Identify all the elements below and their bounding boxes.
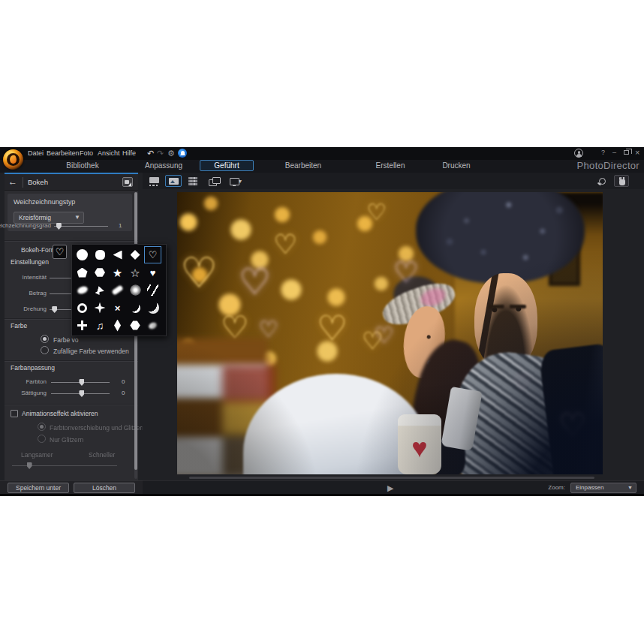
photo-vignette	[177, 192, 603, 474]
shape-marquise[interactable]	[109, 317, 126, 334]
shape-pentagon[interactable]	[74, 264, 91, 281]
photo-preview[interactable]: ♡ ♡ ♡ ♡ ♡ ♡ ♡ ♡	[177, 192, 603, 474]
redo-icon[interactable]: ↷	[157, 148, 164, 158]
back-arrow-icon[interactable]: ←	[8, 176, 17, 187]
glitter-only-label: Nur Glitzern	[50, 436, 83, 444]
shape-blurred-ellipse[interactable]	[74, 281, 91, 299]
slider-knob[interactable]	[52, 306, 57, 313]
shape-rounded-circle[interactable]	[92, 246, 109, 263]
shape-crescent-large[interactable]	[144, 299, 161, 317]
undo-icon[interactable]: ↶	[147, 148, 154, 158]
speed-slider[interactable]	[12, 465, 117, 466]
viewer-single-image-icon[interactable]	[165, 175, 182, 187]
viewer-grid-icon[interactable]	[185, 175, 201, 187]
saturation-slider[interactable]	[51, 393, 110, 394]
tab-gefuehrt[interactable]: Geführt	[200, 160, 254, 171]
radio-unselected[interactable]	[41, 346, 49, 354]
shape-diagonal-lines[interactable]	[144, 281, 161, 299]
shape-star-outline[interactable]: ☆	[127, 264, 144, 281]
tab-erstellen[interactable]: Erstellen	[353, 160, 428, 172]
slider-knob[interactable]	[56, 223, 62, 230]
shape-soft-ellipse[interactable]	[144, 317, 161, 334]
shape-triangle-left[interactable]	[109, 246, 126, 263]
close-button[interactable]: ×	[635, 148, 639, 158]
shape-music-note[interactable]: ♫	[92, 317, 109, 334]
compare-view-icon[interactable]	[206, 175, 222, 187]
save-as-button[interactable]: Speichern unter	[8, 483, 69, 493]
settings-gear-icon[interactable]: ⚙	[167, 148, 175, 158]
menu-datei[interactable]: Datei	[28, 149, 44, 158]
saturation-label: Sättigung	[21, 390, 47, 396]
shape-sparkle[interactable]	[92, 299, 109, 317]
hue-row: Farbton 0	[5, 377, 138, 386]
shape-cross[interactable]: ×	[109, 299, 126, 317]
tab-bearbeiten[interactable]: Bearbeiten	[266, 160, 341, 172]
shape-label-2: Einstellungen	[11, 258, 49, 266]
section-divider	[5, 404, 138, 405]
sign-in-account-icon[interactable]	[574, 149, 583, 158]
notification-bell-icon[interactable]	[178, 149, 187, 158]
play-button[interactable]: ▶	[387, 483, 393, 493]
viewer-filmstrip-icon[interactable]	[146, 175, 162, 187]
hue-label: Farbton	[26, 378, 47, 385]
radio-selected[interactable]	[41, 335, 49, 343]
export-image-icon[interactable]	[122, 177, 133, 187]
shape-triangle-scatter[interactable]	[92, 281, 109, 299]
app-name-label: PhotoDirector	[577, 160, 639, 171]
panel-bottom-bar: Speichern unter Löschen	[0, 480, 143, 494]
section-divider	[5, 240, 138, 241]
shape-soft-circle[interactable]	[127, 281, 144, 299]
hue-slider[interactable]	[51, 382, 110, 383]
minimize-button[interactable]: –	[612, 148, 616, 158]
panel-header: ← Bokeh	[5, 174, 138, 191]
color-section-title: Farbe	[11, 322, 27, 330]
title-bar: Datei Bearbeiten Foto Ansicht Hilfe ↶ ↷ …	[0, 147, 644, 160]
panel-title: Bokeh	[28, 178, 48, 186]
shape-rounded-hexagon[interactable]	[127, 317, 144, 334]
menu-foto[interactable]: Foto	[80, 149, 93, 158]
shape-star[interactable]: ★	[109, 264, 126, 281]
shape-ring[interactable]	[74, 299, 91, 317]
speed-slow-label: Langsamer	[21, 451, 53, 459]
blur-grade-row: Weichzeichnungsgrad 1	[5, 221, 138, 230]
shape-diamond[interactable]	[127, 246, 144, 263]
shape-crescent-small[interactable]	[127, 299, 144, 317]
module-tab-bar: Bibliothek Anpassung Geführt Bearbeiten …	[0, 160, 644, 173]
amount-label: Betrag	[29, 290, 47, 296]
zoom-tool-icon[interactable]	[594, 175, 609, 187]
help-button[interactable]: ?	[601, 148, 605, 158]
zoom-fit-dropdown[interactable]: Einpassen ▼	[570, 483, 636, 493]
shape-blurred-capsule[interactable]	[109, 281, 126, 299]
shape-heart[interactable]: ♥	[144, 264, 161, 281]
saturation-row: Sättigung 0	[5, 388, 138, 397]
slider-knob[interactable]	[79, 390, 84, 397]
radio-selected[interactable]	[38, 423, 46, 431]
bokeh-shape-button[interactable]: ♡	[53, 245, 67, 259]
restore-button[interactable]	[624, 150, 629, 155]
animation-checkbox[interactable]	[11, 410, 18, 417]
tab-drucken[interactable]: Drucken	[419, 160, 494, 172]
slider-knob[interactable]	[27, 462, 32, 469]
saturation-value: 0	[122, 390, 125, 396]
menu-bearbeiten[interactable]: Bearbeiten	[47, 149, 80, 158]
radio-unselected[interactable]	[38, 435, 46, 443]
zoom-value: Einpassen	[576, 484, 603, 491]
shape-plus[interactable]	[74, 317, 91, 334]
slider-knob[interactable]	[79, 379, 84, 386]
window-bottom-edge	[0, 494, 644, 496]
secondary-monitor-icon[interactable]	[227, 175, 243, 187]
shape-heart-outline-selected[interactable]: ♡	[144, 246, 161, 263]
shape-hexagon[interactable]	[92, 264, 109, 281]
blur-grade-slider[interactable]	[54, 226, 108, 227]
menu-ansicht[interactable]: Ansicht	[98, 149, 120, 158]
delete-button[interactable]: Löschen	[74, 483, 135, 493]
menu-hilfe[interactable]: Hilfe	[122, 149, 136, 158]
chevron-down-icon: ▼	[627, 483, 633, 492]
canvas-horizontal-scrollbar[interactable]	[189, 477, 594, 479]
blur-grade-label: Weichzeichnungsgrad	[0, 222, 51, 229]
hand-tool-icon[interactable]	[614, 175, 629, 187]
shape-circle[interactable]	[74, 246, 91, 263]
bokeh-shape-palette-popup: ♡ ★ ☆ ♥ × ♫	[71, 244, 167, 336]
tab-bibliothek[interactable]: Bibliothek	[45, 160, 120, 172]
tab-anpassung[interactable]: Anpassung	[126, 160, 201, 172]
